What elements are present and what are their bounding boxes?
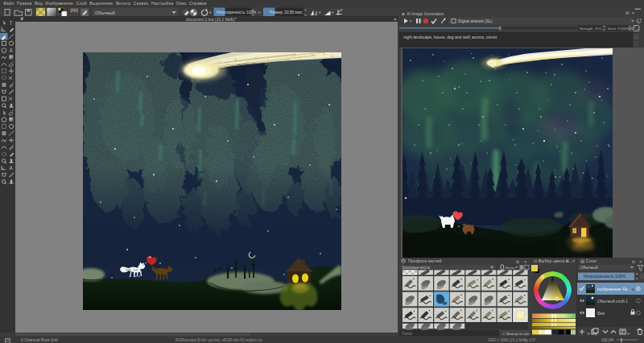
svg-text:✓ Фильтр по метке: ✓ Фильтр по метке <box>502 332 530 336</box>
svg-text:×: × <box>524 259 527 264</box>
svg-text:α: α <box>632 287 634 291</box>
svg-text:Профили кистей: Профили кистей <box>408 258 441 263</box>
svg-text:Strength: 75%: Strength: 75% <box>580 27 601 31</box>
svg-text:Поиск: Поиск <box>402 332 413 336</box>
svg-text:Фон: Фон <box>597 312 605 316</box>
svg-text:Обычный: Обычный <box>580 265 598 270</box>
svg-text:Эскизные кисти: Эскизные кисти <box>402 266 430 270</box>
svg-text:Непрозрачность 100%: Непрозрачность 100% <box>584 274 626 279</box>
svg-text:×: × <box>639 259 642 264</box>
svg-text:Размер: 20,58 пикс: Размер: 20,58 пикс <box>270 10 303 14</box>
svg-text:изображение Re...: изображение Re... <box>597 287 631 291</box>
svg-text:⧉: ⧉ <box>632 259 635 264</box>
svg-text:A: A <box>10 165 14 171</box>
svg-text:Непрозрачность: 100%: Непрозрачность: 100% <box>217 10 256 14</box>
svg-text:T: T <box>10 20 13 26</box>
svg-text:⧉: ⧉ <box>516 259 519 264</box>
svg-text:Меню: Меню <box>506 266 516 270</box>
svg-text:Digital artwork (SL): Digital artwork (SL) <box>458 19 493 23</box>
svg-text:▤ Слои: ▤ Слои <box>580 258 597 263</box>
svg-text:A: A <box>10 48 14 53</box>
svg-text:Обычный слой 1: Обычный слой 1 <box>597 299 628 304</box>
svg-text:Обычный: Обычный <box>95 10 115 15</box>
